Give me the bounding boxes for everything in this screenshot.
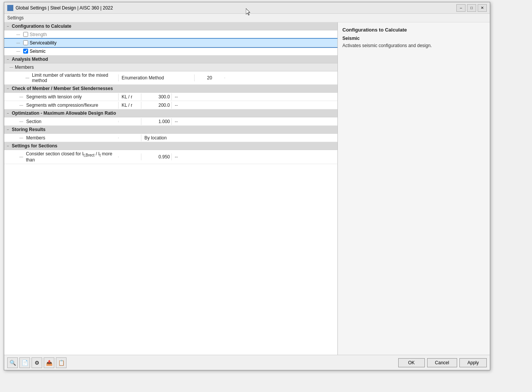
enum-method-label: Enumeration Method [118, 74, 194, 81]
members-label: Members [15, 65, 34, 70]
storing-members-param [118, 137, 141, 139]
compression-unit: -- [171, 102, 337, 109]
section-closed-unit: -- [171, 153, 337, 160]
footer-icons: 🔍 📄 ⚙ 📤 📋 [7, 357, 66, 368]
seismic-checkbox[interactable] [23, 49, 28, 54]
analysis-title: Analysis Method [12, 57, 48, 62]
members-subsection: — Members [4, 63, 337, 71]
sections-settings-title: Settings for Sections [12, 143, 57, 149]
section-closed-row: — Consider section closed for It,Brect /… [4, 150, 337, 164]
right-panel-section: Seismic [342, 36, 485, 41]
limit-variants-label: — Limit number of variants for the mixed… [4, 71, 118, 84]
storing-section-header[interactable]: − Storing Results [4, 126, 337, 134]
tension-value[interactable]: 300.0 [141, 93, 171, 100]
serviceability-label: Serviceability [30, 40, 57, 46]
left-panel: − Configurations to Calculate — Strength… [4, 22, 338, 355]
minimize-button[interactable]: – [456, 4, 466, 12]
enum-method-unit [225, 77, 337, 79]
ok-button[interactable]: OK [398, 358, 425, 367]
app-icon [7, 5, 13, 11]
seismic-item: — Seismic [4, 47, 337, 55]
optimization-section-row: — Section 1.000 -- [4, 117, 337, 126]
settings-header-label: Settings [4, 14, 490, 22]
tree-connector-svc: — [16, 41, 21, 45]
storing-members-row: — Members By location [4, 134, 337, 142]
storing-members-value[interactable]: By location [141, 134, 337, 141]
serviceability-checkbox[interactable] [23, 40, 28, 45]
opt-section-value[interactable]: 1.000 [141, 118, 171, 125]
collapse-icon-opt: − [6, 111, 10, 115]
collapse-icon: − [6, 24, 10, 28]
compression-row: — Segments with compression/flexure KL /… [4, 101, 337, 109]
search-footer-btn[interactable]: 🔍 [7, 357, 18, 368]
footer-buttons: OK Cancel Apply [398, 358, 487, 367]
analysis-section-header[interactable]: − Analysis Method [4, 55, 337, 63]
footer-bar: 🔍 📄 ⚙ 📤 📋 OK Cancel Apply [4, 355, 490, 370]
right-panel-title: Configurations to Calculate [342, 27, 485, 33]
slenderness-section-header[interactable]: − Check of Member / Member Set Slenderne… [4, 85, 337, 93]
window-body: Settings − Configurations to Calculate —… [4, 14, 490, 370]
right-panel: Configurations to Calculate Seismic Acti… [338, 22, 490, 355]
tension-label: — Segments with tension only [4, 93, 118, 101]
collapse-icon-storing: − [6, 127, 10, 132]
section-closed-value[interactable]: 0.950 [141, 153, 171, 160]
sections-settings-header[interactable]: − Settings for Sections [4, 142, 337, 150]
cancel-button[interactable]: Cancel [427, 358, 457, 367]
opt-section-label: — Section [4, 118, 118, 125]
storing-members-label: — Members [4, 134, 118, 142]
opt-section-unit: -- [171, 118, 337, 125]
compression-label: — Segments with compression/flexure [4, 101, 118, 109]
compression-param: KL / r [118, 102, 141, 109]
limit-variants-row: — Limit number of variants for the mixed… [4, 71, 337, 85]
settings-footer-btn[interactable]: ⚙ [32, 357, 42, 368]
slenderness-title: Check of Member / Member Set Slenderness… [12, 86, 113, 91]
maximize-button[interactable]: □ [467, 4, 476, 12]
section-closed-param [118, 156, 141, 158]
apply-button[interactable]: Apply [459, 358, 487, 367]
main-window: Global Settings | Steel Design | AISC 36… [4, 2, 490, 370]
collapse-icon-slender: − [6, 86, 10, 91]
title-bar: Global Settings | Steel Design | AISC 36… [4, 2, 490, 14]
enum-method-value[interactable]: 20 [194, 74, 225, 81]
right-panel-description: Activates seismic configurations and des… [342, 43, 485, 49]
window-title: Global Settings | Steel Design | AISC 36… [16, 5, 113, 11]
tension-param: KL / r [118, 93, 141, 100]
copy-footer-btn[interactable]: 📋 [56, 357, 66, 368]
optimization-title: Optimization - Maximum Allowable Design … [12, 111, 116, 116]
seismic-label: Seismic [30, 49, 46, 54]
collapse-icon-analysis: − [6, 57, 10, 62]
configurations-title: Configurations to Calculate [12, 24, 71, 29]
strength-item: — Strength [4, 30, 337, 39]
main-area: − Configurations to Calculate — Strength… [4, 22, 490, 355]
close-button[interactable]: ✕ [478, 4, 487, 12]
section-closed-label: — Consider section closed for It,Brect /… [4, 150, 118, 164]
configurations-section-header[interactable]: − Configurations to Calculate [4, 22, 337, 30]
export-footer-btn[interactable]: 📤 [44, 357, 54, 368]
serviceability-item[interactable]: — Serviceability [4, 39, 337, 47]
optimization-section-header[interactable]: − Optimization - Maximum Allowable Desig… [4, 109, 337, 117]
compression-value[interactable]: 200.0 [141, 102, 171, 109]
opt-section-param [118, 121, 141, 122]
storing-title: Storing Results [12, 127, 46, 132]
collapse-icon-secset: − [6, 144, 10, 148]
strength-label: Strength [30, 32, 47, 37]
tree-connector-seis: — [16, 49, 21, 54]
tree-connector: — [16, 32, 21, 37]
tension-row: — Segments with tension only KL / r 300.… [4, 93, 337, 101]
strength-checkbox[interactable] [23, 32, 28, 37]
table-footer-btn[interactable]: 📄 [19, 357, 30, 368]
tension-unit: -- [171, 93, 337, 100]
tree-connector-members: — [10, 65, 14, 70]
